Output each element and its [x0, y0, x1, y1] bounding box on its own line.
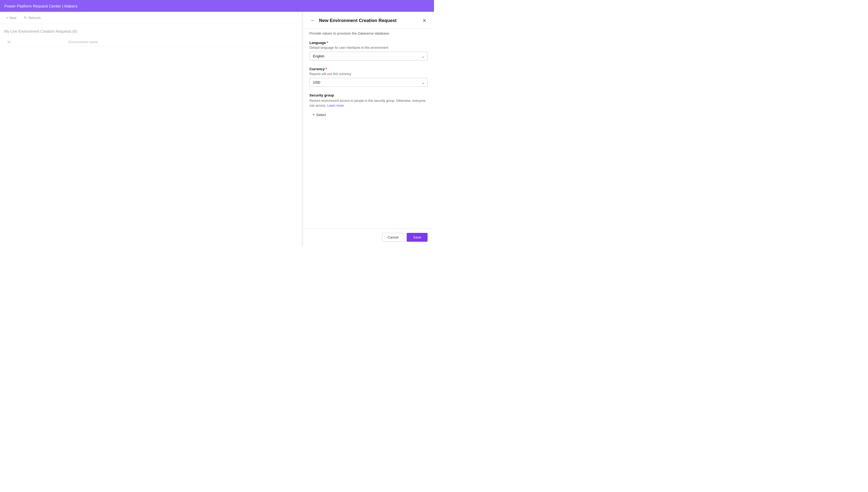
currency-select[interactable]: USD EUR GBP JPY	[309, 78, 428, 87]
currency-group: Currency * Reports will use this currenc…	[309, 67, 428, 87]
refresh-icon: ↻	[24, 16, 27, 20]
panel-header: ← New Environment Creation Request ✕	[303, 12, 434, 29]
language-group: Language * Default language for user int…	[309, 41, 428, 60]
panel-body: Language * Default language for user int…	[303, 35, 434, 228]
learn-more-link[interactable]: Learn more	[327, 104, 344, 107]
language-select-wrapper: English French German Spanish ⌄	[309, 52, 428, 60]
left-panel: + New ↻ Refresh My Live Environment Crea…	[0, 12, 303, 246]
main-layout: + New ↻ Refresh My Live Environment Crea…	[0, 12, 434, 246]
language-description: Default language for user interfaces in …	[309, 46, 428, 50]
refresh-button[interactable]: ↻ Refresh	[21, 14, 43, 21]
col-env-name: Environment name	[66, 38, 299, 46]
panel-header-left: ← New Environment Creation Request	[309, 17, 397, 24]
app-header: Power Platform Request Center | Makers	[0, 0, 434, 12]
back-button[interactable]: ←	[309, 17, 316, 24]
cancel-button[interactable]: Cancel	[382, 233, 404, 242]
plus-icon: +	[312, 113, 315, 117]
security-group-group: Security group Restrict environment acce…	[309, 93, 428, 119]
language-label: Language *	[309, 41, 428, 45]
refresh-button-label: Refresh	[28, 16, 41, 20]
new-button-label: New	[9, 16, 16, 20]
language-select[interactable]: English French German Spanish	[309, 52, 428, 60]
currency-select-wrapper: USD EUR GBP JPY ⌄	[309, 78, 428, 87]
table-header-row: Id Environment name	[4, 38, 299, 46]
app-title: Power Platform Request Center | Makers	[4, 4, 77, 8]
panel-subtitle: Provide values to provision the Datavers…	[303, 29, 434, 35]
security-group-description: Restrict environment access to people in…	[309, 98, 428, 108]
panel-title: New Environment Creation Request	[319, 18, 397, 23]
select-security-group-label: Select	[316, 113, 326, 117]
right-panel: ← New Environment Creation Request ✕ Pro…	[303, 12, 434, 246]
col-id: Id	[4, 38, 66, 46]
requests-table: Id Environment name	[4, 38, 299, 46]
section-title: My Live Environment Creation Requests (0…	[4, 29, 299, 33]
save-button[interactable]: Save	[407, 233, 428, 242]
currency-label: Currency *	[309, 67, 428, 71]
panel-footer: Cancel Save	[303, 228, 434, 246]
currency-required: *	[326, 67, 327, 71]
toolbar: + New ↻ Refresh	[0, 12, 303, 24]
plus-icon: +	[6, 16, 8, 20]
new-button[interactable]: + New	[3, 14, 19, 21]
close-button[interactable]: ✕	[422, 17, 428, 24]
language-required: *	[327, 41, 328, 45]
security-group-label: Security group	[309, 93, 428, 97]
currency-description: Reports will use this currency	[309, 72, 428, 76]
content-area: My Live Environment Creation Requests (0…	[0, 24, 303, 246]
select-security-group-button[interactable]: + Select	[309, 111, 329, 119]
